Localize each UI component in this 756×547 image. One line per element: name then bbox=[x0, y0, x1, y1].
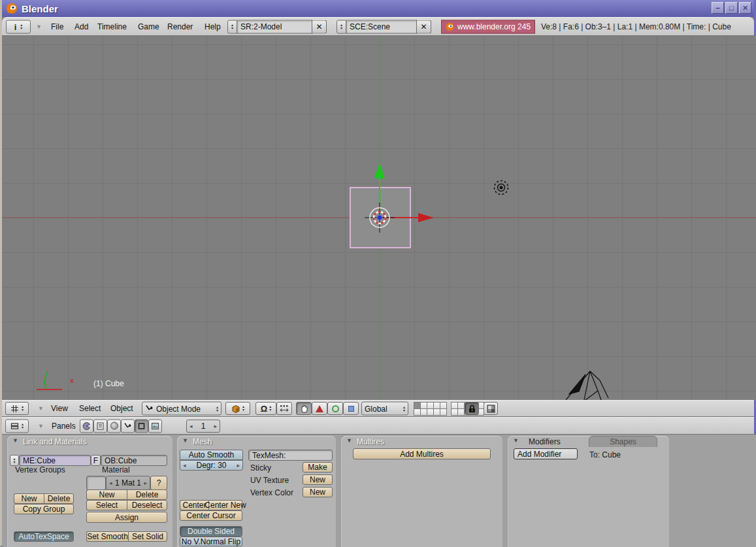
lock-icon bbox=[468, 405, 476, 413]
panels-window-icon bbox=[10, 422, 19, 430]
menu-select[interactable]: Select bbox=[79, 404, 101, 413]
scene-selector[interactable]: ▴▾ SCE:Scene ✕ bbox=[337, 20, 431, 33]
menu-game[interactable]: Game bbox=[138, 22, 159, 31]
viewport-3d[interactable]: x (1) Cube bbox=[2, 36, 756, 400]
viewport-type-button[interactable]: ▴▾ bbox=[5, 402, 29, 415]
render-preview-button[interactable] bbox=[484, 402, 498, 415]
maximize-button[interactable]: □ bbox=[725, 2, 738, 14]
panels-menu[interactable]: Panels bbox=[52, 422, 76, 431]
screen-name-field[interactable]: SR:2-Model bbox=[237, 20, 312, 33]
material-index-stepper[interactable]: ◂ 1 Mat 1 ▸ bbox=[106, 476, 150, 490]
panel-collapse-icon[interactable]: ▼ bbox=[182, 437, 188, 444]
mesh-browse-stepper[interactable]: ▴▾ bbox=[10, 455, 19, 466]
mesh-name-field[interactable]: ME:Cube bbox=[19, 455, 91, 466]
manipulator-translate-button[interactable] bbox=[312, 402, 327, 415]
screen-close-icon[interactable]: ✕ bbox=[312, 20, 327, 33]
fake-user-button[interactable]: F bbox=[91, 455, 101, 466]
center-new-button[interactable]: Center New bbox=[208, 500, 242, 510]
lock-view-button[interactable] bbox=[465, 402, 479, 415]
center-cursor-button[interactable]: Center Cursor bbox=[180, 510, 242, 521]
vgroup-delete-button[interactable]: Delete bbox=[44, 493, 74, 504]
object-context-button[interactable] bbox=[121, 419, 135, 433]
material-color-swatch[interactable] bbox=[86, 476, 106, 490]
select-button[interactable]: Select bbox=[86, 500, 127, 510]
panel-collapse-icon[interactable]: ▼ bbox=[12, 437, 18, 444]
deselect-button[interactable]: Deselect bbox=[127, 500, 167, 510]
vgroup-new-button[interactable]: New bbox=[14, 493, 44, 504]
object-name-field[interactable]: OB:Cube bbox=[101, 455, 167, 466]
menu-view[interactable]: View bbox=[51, 404, 68, 413]
collapse-menu-icon[interactable]: ▼ bbox=[36, 24, 42, 30]
tab-modifiers[interactable]: Modifiers bbox=[529, 437, 561, 446]
shading-sphere-icon bbox=[110, 422, 118, 430]
rotate-circle-icon bbox=[332, 405, 339, 412]
menu-timeline[interactable]: Timeline bbox=[97, 22, 127, 31]
draw-type-button[interactable]: ▴▾ bbox=[225, 402, 250, 415]
auto-smooth-button[interactable]: Auto Smooth bbox=[180, 450, 243, 460]
layer-buttons-left[interactable] bbox=[414, 402, 446, 415]
shading-context-button[interactable] bbox=[107, 419, 121, 433]
no-vnormal-flip-button[interactable]: No V.Normal Flip bbox=[180, 537, 242, 546]
add-multires-button[interactable]: Add Multires bbox=[353, 448, 491, 459]
material-help-button[interactable]: ? bbox=[150, 476, 167, 490]
copy-group-button[interactable]: Copy Group bbox=[14, 504, 74, 514]
set-solid-button[interactable]: Set Solid bbox=[128, 531, 167, 542]
scene-image-icon bbox=[151, 422, 159, 430]
tab-shapes[interactable]: Shapes bbox=[589, 436, 657, 447]
collapse-menu-icon[interactable]: ▼ bbox=[38, 423, 44, 429]
logic-context-button[interactable] bbox=[80, 419, 93, 433]
degr-stepper[interactable]: ◂ Degr: 30 ▸ bbox=[180, 460, 243, 471]
assign-button[interactable]: Assign bbox=[86, 512, 167, 523]
vcol-new-button[interactable]: New bbox=[303, 487, 333, 497]
autotexspace-button[interactable]: AutoTexSpace bbox=[14, 531, 74, 542]
buttons-window-type-button[interactable]: ▴▾ bbox=[5, 419, 29, 433]
frame-number-field[interactable]: ◂ 1 ▸ bbox=[186, 420, 220, 433]
menu-object[interactable]: Object bbox=[110, 404, 133, 413]
widget-dots-icon bbox=[280, 405, 289, 413]
material-delete-button[interactable]: Delete bbox=[127, 489, 167, 500]
orientation-dropdown[interactable]: Global ▴▾ bbox=[361, 402, 408, 416]
uv-new-button[interactable]: New bbox=[303, 474, 333, 485]
grid-icon bbox=[10, 405, 19, 413]
menu-add[interactable]: Add bbox=[74, 22, 88, 31]
proportional-edit-button[interactable] bbox=[276, 402, 292, 415]
title-bar[interactable]: Blender – □ ✕ bbox=[2, 0, 754, 17]
set-smooth-button[interactable]: Set Smooth bbox=[86, 531, 128, 542]
menu-render[interactable]: Render bbox=[167, 22, 193, 31]
mode-dropdown[interactable]: Object Mode ▴▾ bbox=[142, 402, 222, 416]
vertex-color-label: Vertex Color bbox=[250, 488, 293, 497]
scene-context-button[interactable] bbox=[148, 419, 162, 433]
manipulator-toggle-button[interactable] bbox=[296, 402, 312, 415]
screen-stepper[interactable]: ▴▾ bbox=[227, 20, 237, 33]
scene-stepper[interactable]: ▴▾ bbox=[337, 20, 346, 33]
top-menu-bar: i ▴▾ ▼ File Add Timeline Game Render Hel… bbox=[2, 17, 754, 36]
script-icon bbox=[96, 422, 105, 430]
panel-collapse-icon[interactable]: ▼ bbox=[346, 437, 352, 444]
double-sided-button[interactable]: Double Sided bbox=[180, 526, 242, 537]
material-label: Material bbox=[102, 465, 130, 474]
sticky-make-button[interactable]: Make bbox=[303, 462, 333, 472]
scene-name-field[interactable]: SCE:Scene bbox=[346, 20, 417, 33]
add-modifier-button[interactable]: Add Modifier bbox=[514, 448, 578, 459]
script-context-button[interactable] bbox=[93, 419, 107, 433]
logic-icon bbox=[82, 422, 91, 430]
window-type-button[interactable]: i ▴▾ bbox=[6, 20, 31, 33]
screen-selector[interactable]: ▴▾ SR:2-Model ✕ bbox=[227, 20, 327, 33]
collapse-menu-icon[interactable]: ▼ bbox=[38, 405, 44, 412]
menu-file[interactable]: File bbox=[51, 22, 63, 31]
pivot-button[interactable]: Ω ▴▾ bbox=[255, 402, 276, 415]
version-text: www.blender.org 245 bbox=[457, 22, 531, 31]
modifier-target-label: To: Cube bbox=[589, 450, 621, 459]
texmesh-field[interactable]: TexMesh: bbox=[248, 450, 333, 461]
menu-help[interactable]: Help bbox=[205, 22, 221, 31]
editing-context-button[interactable] bbox=[135, 419, 148, 433]
rotation-pivot-icon: Ω bbox=[261, 404, 267, 414]
minimize-button[interactable]: – bbox=[712, 2, 724, 14]
scene-close-icon[interactable]: ✕ bbox=[417, 20, 431, 33]
window-type-stepper[interactable]: ▴▾ bbox=[20, 24, 22, 30]
material-new-button[interactable]: New bbox=[86, 489, 127, 500]
close-button[interactable]: ✕ bbox=[739, 2, 751, 14]
panel-collapse-icon[interactable]: ▼ bbox=[513, 437, 519, 444]
manipulator-rotate-button[interactable] bbox=[327, 402, 343, 415]
manipulator-scale-button[interactable] bbox=[343, 402, 359, 415]
